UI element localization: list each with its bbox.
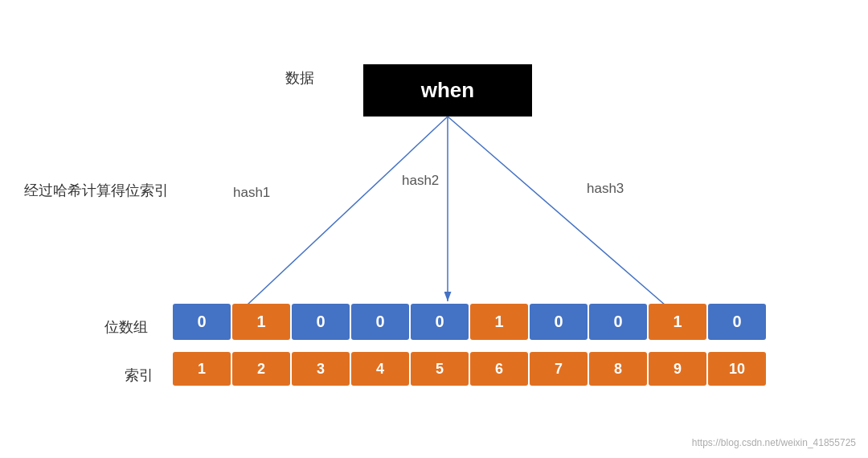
hash1-label: hash1 (233, 185, 270, 201)
index-label: 索引 (125, 366, 154, 385)
bit-cell-4: 0 (351, 304, 409, 340)
index-cell-7: 7 (530, 352, 588, 386)
index-array: 1 2 3 4 5 6 7 8 9 10 (173, 352, 766, 386)
when-box: when (363, 64, 532, 117)
when-text: when (421, 78, 474, 103)
diagram-container: 数据 when 经过哈希计算得位索引 hash1 hash2 hash3 位数组… (0, 0, 868, 458)
bit-cell-7: 0 (530, 304, 588, 340)
bit-cell-5: 0 (411, 304, 469, 340)
bit-cell-6: 1 (470, 304, 528, 340)
watermark: https://blog.csdn.net/weixin_41855725 (692, 437, 856, 448)
bit-array: 0 1 0 0 0 1 0 0 1 0 (173, 304, 766, 340)
index-cell-5: 5 (411, 352, 469, 386)
index-cell-3: 3 (292, 352, 350, 386)
bit-cell-1: 0 (173, 304, 231, 340)
svg-line-3 (448, 117, 678, 316)
svg-line-1 (234, 117, 448, 317)
hash2-label: hash2 (402, 173, 439, 189)
bit-cell-10: 0 (708, 304, 766, 340)
data-label: 数据 (285, 68, 314, 88)
index-cell-4: 4 (351, 352, 409, 386)
index-cell-2: 2 (232, 352, 290, 386)
bit-cell-9: 1 (649, 304, 706, 340)
bit-cell-2: 1 (232, 304, 290, 340)
hash-description-label: 经过哈希计算得位索引 (24, 181, 169, 200)
index-cell-9: 9 (649, 352, 706, 386)
index-cell-10: 10 (708, 352, 766, 386)
bit-array-label: 位数组 (104, 317, 148, 337)
index-cell-6: 6 (470, 352, 528, 386)
index-cell-8: 8 (589, 352, 647, 386)
index-cell-1: 1 (173, 352, 231, 386)
bit-cell-8: 0 (589, 304, 647, 340)
bit-cell-3: 0 (292, 304, 350, 340)
hash3-label: hash3 (587, 181, 624, 197)
